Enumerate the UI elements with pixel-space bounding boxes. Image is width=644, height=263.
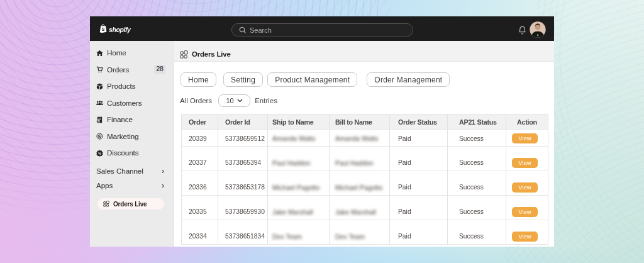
svg-text:%: % <box>98 151 101 155</box>
svg-text:S: S <box>102 26 105 32</box>
